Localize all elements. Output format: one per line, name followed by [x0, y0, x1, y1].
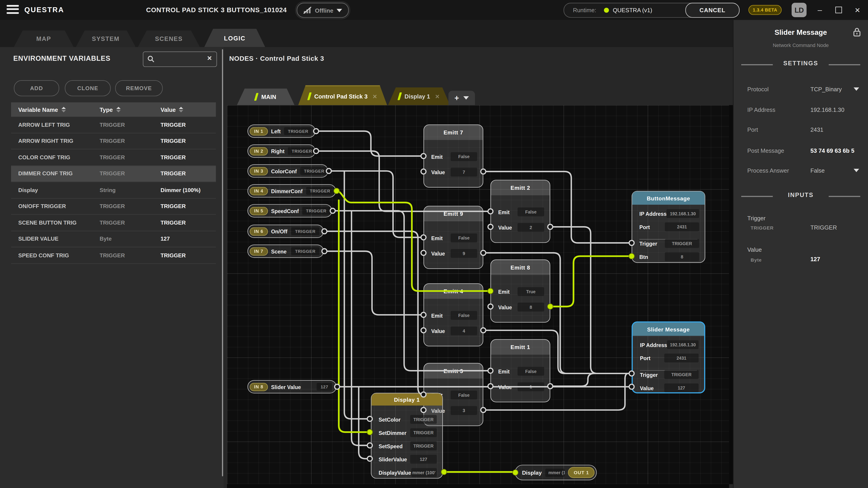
maximize-icon: [835, 6, 842, 13]
table-row[interactable]: SPEED CONF TRIG TRIGGER TRIGGER: [11, 248, 216, 264]
inspector-title: Slider Message: [734, 28, 868, 37]
search-input[interactable]: [157, 53, 206, 65]
node-emitt-1[interactable]: Emitt 1 EmitFalse Value1: [491, 339, 550, 402]
trigger-input-type: TRIGGER: [751, 225, 774, 231]
process-answer-dropdown[interactable]: False: [810, 167, 825, 174]
content-area: ENVIRONMENT VARIABLES ✕ ADD CLONE REMOVE…: [0, 47, 734, 488]
menu-icon[interactable]: [6, 5, 19, 15]
chevron-down-icon: [463, 96, 469, 100]
main-tab-strip: MAP SYSTEM SCENES LOGIC: [0, 20, 734, 47]
wire-active: [339, 200, 370, 432]
table-row-selected[interactable]: DIMMER CONF TRIG TRIGGER TRIGGER: [11, 166, 216, 182]
node-emitt-7[interactable]: Emitt 7 EmitFalse Value7: [423, 125, 483, 188]
wire: [324, 251, 423, 315]
node-tab-control-pad-stick-3[interactable]: Control Pad Stick 3 ✕: [298, 85, 388, 106]
input-node-onoff[interactable]: IN 6 On/Off TRIGGER: [248, 225, 324, 238]
post-message-label: Post Message: [747, 147, 784, 154]
table-row[interactable]: Display String Dimmer (100%): [11, 182, 216, 198]
remove-button[interactable]: REMOVE: [115, 80, 163, 96]
chevron-down-icon[interactable]: [854, 169, 859, 172]
settings-section-header: SETTINGS: [734, 60, 868, 66]
ld-logo: LD: [792, 3, 807, 17]
trigger-input-label: Trigger: [747, 215, 766, 221]
canvas-horizontal-scrollbar[interactable]: [227, 484, 729, 488]
logic-canvas-area: NODES · Control Pad Stick 3 MAIN Control…: [223, 47, 734, 488]
input-node-right[interactable]: IN 2 Right TRIGGER: [248, 144, 315, 158]
clone-button[interactable]: CLONE: [65, 80, 111, 96]
ip-address-field[interactable]: 192.168.1.30: [810, 106, 844, 113]
beta-version-badge: 1.3.4 BETA: [748, 5, 782, 15]
sort-by-type[interactable]: Type: [100, 106, 160, 113]
node-graph-canvas[interactable]: IN 1 Left TRIGGER IN 2 Right TRIGGER IN …: [227, 105, 729, 484]
sort-by-value[interactable]: Value: [160, 106, 183, 113]
table-row[interactable]: SLIDER VALUE Byte 127: [11, 231, 216, 247]
wire: [324, 231, 423, 394]
input-node-dimmerconf[interactable]: IN 4 DimmerConf TRIGGER: [248, 184, 336, 198]
maximize-button[interactable]: [831, 0, 846, 20]
tab-map[interactable]: MAP: [14, 31, 73, 47]
post-message-field[interactable]: 53 74 69 63 6b 5: [810, 147, 854, 154]
sort-icon: [61, 107, 66, 112]
logic-slash-icon: [254, 93, 258, 101]
node-emitt-2[interactable]: Emitt 2 EmitFalse Value2: [491, 180, 550, 243]
env-variables-title: ENVIRONMENT VARIABLES: [13, 55, 111, 62]
table-row[interactable]: ARROW LEFT TRIG TRIGGER TRIGGER: [11, 117, 216, 133]
env-variables-table: Variable Name Type Value ARROW LEFT TRIG…: [11, 102, 216, 264]
panel-scrollbar[interactable]: [222, 49, 223, 477]
node-emitt-8[interactable]: Emitt 8 EmitTrue Value8: [491, 260, 550, 323]
protocol-dropdown[interactable]: TCP_Binary: [810, 86, 842, 92]
tab-logic[interactable]: LOGIC: [204, 29, 265, 47]
node-display-1[interactable]: Display 1 SetColorTRIGGER SetDimmerTRIGG…: [371, 393, 443, 479]
wire: [550, 373, 631, 386]
inspector-panel: Slider Message Network Command Node SETT…: [733, 20, 868, 488]
table-row[interactable]: ARROW RIGHT TRIG TRIGGER TRIGGER: [11, 133, 216, 149]
clear-search-icon[interactable]: ✕: [207, 55, 212, 62]
wire: [351, 211, 370, 445]
sort-icon: [116, 107, 121, 112]
input-node-slider-value[interactable]: IN 8 Slider Value 127: [248, 380, 337, 393]
search-icon: [147, 55, 154, 63]
inputs-section-header: INPUTS: [734, 191, 868, 198]
input-node-speedconf[interactable]: IN 5 SpeedConf TRIGGER: [248, 204, 332, 218]
node-emitt-4[interactable]: Emitt 4 EmitFalse Value4: [423, 283, 483, 346]
table-row[interactable]: ON/OFF TRIGGER TRIGGER TRIGGER: [11, 198, 216, 215]
table-row[interactable]: SCENE BUTTON TRIG TRIGGER TRIGGER: [11, 215, 216, 231]
node-button-message[interactable]: ButtonMessage IP Address192.168.1.30 Por…: [631, 191, 705, 263]
chevron-down-icon: [337, 8, 342, 12]
process-answer-label: Process Answer: [747, 167, 789, 174]
close-button[interactable]: ✕: [850, 0, 865, 20]
output-node-display[interactable]: Display mmer (100' OUT 1: [515, 465, 597, 480]
node-tab-display-1[interactable]: Display 1 ✕: [388, 88, 450, 105]
sort-by-name[interactable]: Variable Name: [11, 106, 100, 113]
close-tab-icon[interactable]: ✕: [373, 93, 377, 99]
input-node-scene[interactable]: IN 7 Scene TRIGGER: [248, 245, 324, 258]
node-tab-main[interactable]: MAIN: [237, 89, 294, 105]
chevron-down-icon[interactable]: [854, 88, 859, 91]
node-emitt-9[interactable]: Emitt 9 EmitFalse Value9: [423, 206, 483, 269]
ip-address-label: IP Address: [747, 106, 775, 113]
wire: [550, 227, 631, 373]
input-node-left[interactable]: IN 1 Left TRIGGER: [248, 125, 315, 138]
connection-dropdown[interactable]: Offline: [297, 3, 349, 18]
table-row[interactable]: COLOR CONF TRIG TRIGGER TRIGGER: [11, 149, 216, 166]
add-button[interactable]: ADD: [14, 80, 59, 96]
trigger-input-value: TRIGGER: [810, 224, 837, 231]
tab-system[interactable]: SYSTEM: [76, 31, 135, 47]
close-tab-icon[interactable]: ✕: [435, 93, 440, 99]
logic-slash-icon: [397, 92, 402, 100]
minimize-button[interactable]: –: [813, 0, 827, 20]
value-input-type: Byte: [751, 257, 762, 263]
logic-slash-icon: [307, 92, 311, 100]
cancel-button[interactable]: CANCEL: [685, 2, 740, 18]
input-node-colorconf[interactable]: IN 3 ColorConf TRIGGER: [248, 164, 329, 177]
runtime-status: Runtime: QUESTRA (v1) CANCEL: [563, 3, 740, 18]
runtime-online-dot: [604, 8, 609, 13]
value-input-value: 127: [810, 256, 820, 262]
add-node-tab-button[interactable]: +: [448, 91, 475, 105]
wire: [344, 171, 370, 419]
tab-scenes[interactable]: SCENES: [138, 31, 200, 47]
offline-signal-icon: [303, 6, 312, 14]
node-slider-message[interactable]: Slider Message IP Address192.168.1.30 Po…: [631, 322, 705, 393]
port-field[interactable]: 2431: [810, 126, 823, 133]
lock-icon[interactable]: [853, 28, 861, 36]
